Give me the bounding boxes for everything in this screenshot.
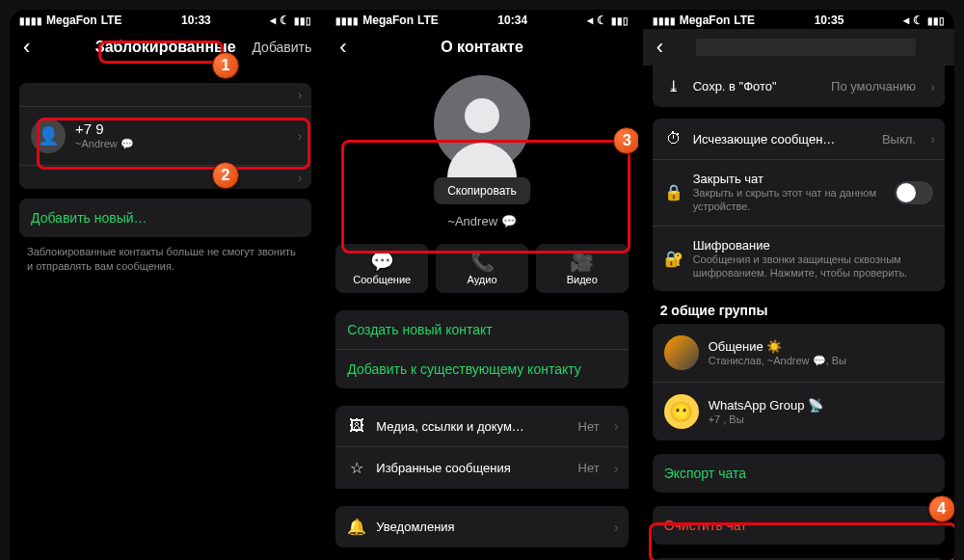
group-row-2[interactable]: 😶 WhatsApp Group 📡 +7 , Вы	[653, 382, 945, 440]
chat-icon: 💬	[339, 252, 424, 271]
padlock-icon: 🔐	[664, 250, 683, 268]
avatar-large	[326, 66, 637, 172]
save-photo-row[interactable]: ⤓ Сохр. в "Фото" По умолчанию ›	[653, 66, 945, 107]
moon-icon: ☾	[597, 13, 607, 27]
navbar: ‹	[643, 29, 954, 66]
chevron-right-icon: ›	[298, 87, 303, 102]
lock-chat-sub: Закрыть и скрыть этот чат на данном устр…	[693, 186, 885, 214]
image-icon: 🖼	[347, 417, 366, 435]
lock-chat-row[interactable]: 🔒 Закрыть чат Закрыть и скрыть этот чат …	[653, 159, 945, 226]
contact-name-label: ~Andrew 💬	[75, 137, 134, 150]
battery-icon: ▮▮▯	[927, 15, 945, 26]
group-avatar: 😶	[664, 394, 699, 429]
screen-contact-info: ▮▮▮▮MegaFonLTE 10:34 ◂☾▮▮▯ ‹ О контакте …	[326, 10, 637, 560]
back-button[interactable]: ‹	[335, 35, 350, 60]
step-badge-1: 1	[212, 52, 239, 79]
screen-blocked-list: ▮▮▮▮MegaFonLTE 10:33 ◂☾▮▮▯ ‹ Заблокирова…	[10, 10, 321, 560]
audio-label: Аудио	[440, 274, 524, 285]
add-new-link[interactable]: Добавить новый…	[19, 199, 311, 237]
location-icon: ◂	[587, 13, 593, 27]
signal-icon: ▮▮▮▮	[19, 15, 42, 26]
create-contact-link[interactable]: Создать новый контакт	[335, 310, 628, 349]
hint-text: Заблокированные контакты больше не смогу…	[10, 237, 321, 282]
media-value: Нет	[578, 419, 600, 434]
clock-label: 10:33	[181, 13, 211, 27]
contact-phone-label: +7 9	[75, 120, 134, 137]
location-icon: ◂	[903, 13, 909, 27]
encryption-sub: Сообщения и звонки защищены сквозным шиф…	[693, 253, 933, 280]
chevron-right-icon: ›	[614, 418, 619, 434]
contact-name-sub: ~Andrew 💬	[326, 214, 637, 228]
network-label: LTE	[734, 13, 755, 27]
blocked-row-empty[interactable]: ›	[19, 83, 311, 106]
network-label: LTE	[417, 13, 439, 27]
blocked-row-empty-2[interactable]: ›	[19, 165, 311, 189]
lock-icon: 🔒	[664, 183, 683, 201]
video-label: Видео	[540, 274, 625, 285]
message-label: Сообщение	[339, 274, 424, 285]
add-existing-contact-link[interactable]: Добавить к существующему контакту	[335, 349, 628, 388]
media-row[interactable]: 🖼 Медиа, ссылки и докум… Нет ›	[335, 406, 628, 446]
video-button[interactable]: 🎥Видео	[536, 244, 629, 293]
step-badge-2: 2	[212, 162, 239, 189]
export-chat-link[interactable]: Экспорт чата	[653, 454, 945, 493]
back-button[interactable]: ‹	[653, 35, 667, 60]
audio-button[interactable]: 📞Аудио	[436, 244, 528, 293]
encryption-row[interactable]: 🔐 Шифрование Сообщения и звонки защищены…	[653, 226, 945, 292]
status-bar: ▮▮▮▮MegaFonLTE 10:35 ◂☾▮▮▯	[643, 10, 954, 29]
signal-icon: ▮▮▮▮	[653, 15, 676, 26]
star-icon: ☆	[347, 459, 366, 477]
chevron-right-icon: ›	[298, 128, 303, 144]
message-button[interactable]: 💬Сообщение	[335, 244, 428, 293]
chevron-right-icon: ›	[930, 79, 935, 94]
timer-icon: ⏱	[664, 130, 683, 147]
starred-value: Нет	[578, 461, 600, 475]
group-name: WhatsApp Group 📡	[709, 398, 933, 413]
network-label: LTE	[101, 13, 122, 27]
signal-icon: ▮▮▮▮	[335, 15, 359, 26]
disappearing-row[interactable]: ⏱ Исчезающие сообщен… Выкл. ›	[653, 119, 945, 159]
copy-tooltip[interactable]: Скопировать	[434, 177, 530, 204]
group-row-1[interactable]: Общение ☀️ Станислав, ~Andrew 💬, Вы	[653, 324, 945, 382]
save-photo-value: По умолчанию	[831, 79, 916, 93]
moon-icon: ☾	[280, 13, 290, 27]
starred-row[interactable]: ☆ Избранные сообщения Нет ›	[335, 446, 628, 489]
bell-icon: 🔔	[347, 518, 366, 536]
carrier-label: MegaFon	[680, 13, 731, 27]
location-icon: ◂	[270, 13, 276, 27]
save-photo-label: Сохр. в "Фото"	[693, 79, 777, 93]
avatar-icon: 👤	[31, 119, 66, 153]
clock-label: 10:35	[815, 13, 844, 27]
clear-chat-link[interactable]: Очистить чат	[653, 506, 945, 545]
notifications-row[interactable]: 🔔 Уведомления ›	[335, 506, 628, 547]
lock-chat-toggle[interactable]	[895, 181, 933, 204]
step-badge-3: 3	[613, 127, 637, 154]
video-icon: 🎥	[540, 252, 625, 271]
encryption-label: Шифрование	[693, 238, 933, 253]
navbar: ‹ О контакте	[326, 29, 637, 66]
chevron-right-icon: ›	[614, 461, 619, 476]
moon-icon: ☾	[913, 13, 924, 27]
group-members: Станислав, ~Andrew 💬, Вы	[709, 354, 933, 367]
chevron-right-icon: ›	[614, 520, 619, 535]
action-buttons: 💬Сообщение 📞Аудио 🎥Видео	[335, 244, 628, 293]
back-button[interactable]: ‹	[19, 35, 34, 60]
media-label: Медиа, ссылки и докум…	[376, 419, 524, 434]
phone-icon: 📞	[440, 252, 524, 271]
group-members: +7 , Вы	[709, 413, 933, 426]
chevron-right-icon: ›	[298, 170, 303, 185]
add-button[interactable]: Добавить	[252, 40, 311, 55]
chevron-right-icon: ›	[930, 131, 935, 147]
status-bar: ▮▮▮▮MegaFonLTE 10:34 ◂☾▮▮▯	[326, 10, 637, 29]
group-name: Общение ☀️	[709, 339, 933, 354]
carrier-label: MegaFon	[362, 13, 414, 27]
battery-icon: ▮▮▯	[294, 15, 311, 26]
status-bar: ▮▮▮▮MegaFonLTE 10:33 ◂☾▮▮▯	[10, 10, 321, 29]
disappearing-value: Выкл.	[882, 132, 916, 147]
blocked-contact-row[interactable]: 👤 +7 9 ~Andrew 💬 ›	[19, 106, 311, 165]
groups-section-label: 2 общие группы	[643, 291, 954, 324]
battery-icon: ▮▮▯	[611, 15, 629, 26]
clock-label: 10:34	[497, 13, 527, 27]
title-placeholder	[696, 39, 916, 56]
screen-contact-settings: ▮▮▮▮MegaFonLTE 10:35 ◂☾▮▮▯ ‹ ⤓ Сохр. в "…	[643, 10, 954, 560]
